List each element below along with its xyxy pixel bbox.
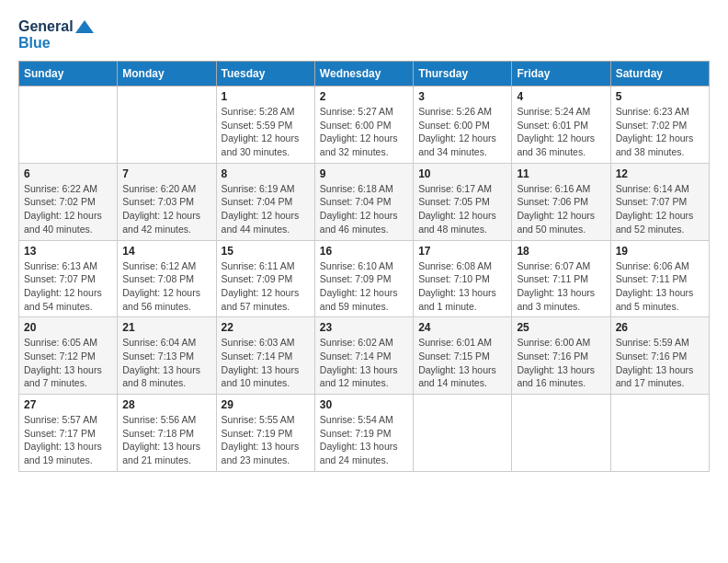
day-info: Sunrise: 6:05 AM Sunset: 7:12 PM Dayligh… (24, 336, 112, 390)
calendar-cell: 21Sunrise: 6:04 AM Sunset: 7:13 PM Dayli… (118, 317, 216, 395)
day-number: 21 (122, 321, 210, 334)
logo: General Blue (18, 18, 94, 52)
day-number: 23 (320, 321, 408, 334)
day-number: 14 (122, 245, 210, 258)
day-info: Sunrise: 6:14 AM Sunset: 7:07 PM Dayligh… (616, 182, 704, 236)
day-info: Sunrise: 5:27 AM Sunset: 6:00 PM Dayligh… (320, 105, 408, 159)
day-info: Sunrise: 6:23 AM Sunset: 7:02 PM Dayligh… (616, 105, 704, 159)
weekday-header-friday: Friday (512, 62, 610, 86)
calendar-week-row: 13Sunrise: 6:13 AM Sunset: 7:07 PM Dayli… (19, 240, 710, 317)
day-number: 20 (24, 321, 112, 334)
day-info: Sunrise: 5:28 AM Sunset: 5:59 PM Dayligh… (222, 105, 310, 159)
day-info: Sunrise: 6:08 AM Sunset: 7:10 PM Dayligh… (418, 259, 506, 314)
calendar-cell: 3Sunrise: 5:26 AM Sunset: 6:00 PM Daylig… (414, 86, 512, 164)
calendar-cell: 18Sunrise: 6:07 AM Sunset: 7:11 PM Dayli… (512, 240, 610, 317)
calendar-week-row: 20Sunrise: 6:05 AM Sunset: 7:12 PM Dayli… (19, 317, 710, 395)
calendar-cell (19, 86, 118, 164)
day-number: 6 (24, 167, 112, 180)
day-info: Sunrise: 5:57 AM Sunset: 7:17 PM Dayligh… (24, 413, 112, 467)
day-number: 17 (418, 245, 506, 258)
calendar-cell: 15Sunrise: 6:11 AM Sunset: 7:09 PM Dayli… (216, 240, 314, 317)
calendar-week-row: 6Sunrise: 6:22 AM Sunset: 7:02 PM Daylig… (19, 163, 710, 240)
day-info: Sunrise: 6:00 AM Sunset: 7:16 PM Dayligh… (517, 336, 605, 390)
calendar-cell: 23Sunrise: 6:02 AM Sunset: 7:14 PM Dayli… (314, 317, 413, 395)
day-info: Sunrise: 5:24 AM Sunset: 6:01 PM Dayligh… (517, 105, 605, 159)
day-number: 19 (616, 245, 704, 258)
calendar-cell: 17Sunrise: 6:08 AM Sunset: 7:10 PM Dayli… (414, 240, 512, 317)
logo-general: General (18, 18, 74, 35)
day-info: Sunrise: 6:19 AM Sunset: 7:04 PM Dayligh… (222, 182, 310, 236)
day-number: 18 (517, 245, 605, 258)
day-number: 28 (122, 398, 210, 411)
day-number: 4 (517, 90, 605, 103)
calendar-cell: 20Sunrise: 6:05 AM Sunset: 7:12 PM Dayli… (19, 317, 118, 395)
svg-marker-0 (75, 20, 94, 33)
calendar-cell: 10Sunrise: 6:17 AM Sunset: 7:05 PM Dayli… (414, 163, 512, 240)
day-info: Sunrise: 5:26 AM Sunset: 6:00 PM Dayligh… (418, 105, 506, 159)
day-info: Sunrise: 6:16 AM Sunset: 7:06 PM Dayligh… (517, 182, 605, 236)
day-info: Sunrise: 6:07 AM Sunset: 7:11 PM Dayligh… (517, 259, 605, 314)
day-number: 16 (320, 245, 408, 258)
day-number: 27 (24, 398, 112, 411)
day-info: Sunrise: 6:01 AM Sunset: 7:15 PM Dayligh… (418, 336, 506, 390)
day-number: 10 (418, 167, 506, 180)
day-info: Sunrise: 6:17 AM Sunset: 7:05 PM Dayligh… (418, 182, 506, 236)
day-number: 26 (616, 321, 704, 334)
weekday-header-sunday: Sunday (19, 62, 118, 86)
day-number: 22 (222, 321, 310, 334)
day-number: 24 (418, 321, 506, 334)
day-number: 1 (222, 90, 310, 103)
calendar-cell: 27Sunrise: 5:57 AM Sunset: 7:17 PM Dayli… (19, 395, 118, 472)
day-info: Sunrise: 5:54 AM Sunset: 7:19 PM Dayligh… (320, 413, 408, 467)
day-info: Sunrise: 6:04 AM Sunset: 7:13 PM Dayligh… (122, 336, 210, 390)
day-info: Sunrise: 5:55 AM Sunset: 7:19 PM Dayligh… (222, 413, 310, 467)
calendar-cell: 24Sunrise: 6:01 AM Sunset: 7:15 PM Dayli… (414, 317, 512, 395)
day-info: Sunrise: 6:12 AM Sunset: 7:08 PM Dayligh… (122, 259, 210, 314)
calendar-cell: 22Sunrise: 6:03 AM Sunset: 7:14 PM Dayli… (216, 317, 314, 395)
calendar-cell: 26Sunrise: 5:59 AM Sunset: 7:16 PM Dayli… (610, 317, 709, 395)
calendar-cell: 2Sunrise: 5:27 AM Sunset: 6:00 PM Daylig… (314, 86, 413, 164)
calendar-cell: 7Sunrise: 6:20 AM Sunset: 7:03 PM Daylig… (118, 163, 216, 240)
calendar-cell: 9Sunrise: 6:18 AM Sunset: 7:04 PM Daylig… (314, 163, 413, 240)
calendar-cell: 19Sunrise: 6:06 AM Sunset: 7:11 PM Dayli… (610, 240, 709, 317)
calendar-cell: 1Sunrise: 5:28 AM Sunset: 5:59 PM Daylig… (216, 86, 314, 164)
calendar-week-row: 27Sunrise: 5:57 AM Sunset: 7:17 PM Dayli… (19, 395, 710, 472)
calendar-header-row: SundayMondayTuesdayWednesdayThursdayFrid… (19, 62, 710, 86)
calendar-cell: 28Sunrise: 5:56 AM Sunset: 7:18 PM Dayli… (118, 395, 216, 472)
calendar-cell: 16Sunrise: 6:10 AM Sunset: 7:09 PM Dayli… (314, 240, 413, 317)
weekday-header-monday: Monday (118, 62, 216, 86)
calendar-cell (610, 395, 709, 472)
calendar-cell (512, 395, 610, 472)
weekday-header-tuesday: Tuesday (216, 62, 314, 86)
calendar-cell: 14Sunrise: 6:12 AM Sunset: 7:08 PM Dayli… (118, 240, 216, 317)
day-info: Sunrise: 5:59 AM Sunset: 7:16 PM Dayligh… (616, 336, 704, 390)
calendar-cell: 6Sunrise: 6:22 AM Sunset: 7:02 PM Daylig… (19, 163, 118, 240)
calendar-cell (118, 86, 216, 164)
logo-icon (75, 20, 94, 33)
day-info: Sunrise: 6:06 AM Sunset: 7:11 PM Dayligh… (616, 259, 704, 314)
day-info: Sunrise: 6:11 AM Sunset: 7:09 PM Dayligh… (222, 259, 310, 314)
page-header: General Blue (18, 18, 710, 52)
logo-blue-text: Blue (18, 35, 51, 52)
day-info: Sunrise: 6:20 AM Sunset: 7:03 PM Dayligh… (122, 182, 210, 236)
day-number: 25 (517, 321, 605, 334)
day-info: Sunrise: 5:56 AM Sunset: 7:18 PM Dayligh… (122, 413, 210, 467)
day-number: 7 (122, 167, 210, 180)
weekday-header-wednesday: Wednesday (314, 62, 413, 86)
day-info: Sunrise: 6:03 AM Sunset: 7:14 PM Dayligh… (222, 336, 310, 390)
day-info: Sunrise: 6:02 AM Sunset: 7:14 PM Dayligh… (320, 336, 408, 390)
day-number: 15 (222, 245, 310, 258)
calendar-cell: 4Sunrise: 5:24 AM Sunset: 6:01 PM Daylig… (512, 86, 610, 164)
calendar-week-row: 1Sunrise: 5:28 AM Sunset: 5:59 PM Daylig… (19, 86, 710, 164)
calendar-cell: 25Sunrise: 6:00 AM Sunset: 7:16 PM Dayli… (512, 317, 610, 395)
calendar-cell: 30Sunrise: 5:54 AM Sunset: 7:19 PM Dayli… (314, 395, 413, 472)
day-info: Sunrise: 6:18 AM Sunset: 7:04 PM Dayligh… (320, 182, 408, 236)
day-number: 13 (24, 245, 112, 258)
calendar-cell: 12Sunrise: 6:14 AM Sunset: 7:07 PM Dayli… (610, 163, 709, 240)
calendar-cell: 11Sunrise: 6:16 AM Sunset: 7:06 PM Dayli… (512, 163, 610, 240)
calendar-table: SundayMondayTuesdayWednesdayThursdayFrid… (18, 61, 710, 472)
day-info: Sunrise: 6:13 AM Sunset: 7:07 PM Dayligh… (24, 259, 112, 314)
weekday-header-saturday: Saturday (610, 62, 709, 86)
calendar-cell: 5Sunrise: 6:23 AM Sunset: 7:02 PM Daylig… (610, 86, 709, 164)
day-number: 12 (616, 167, 704, 180)
